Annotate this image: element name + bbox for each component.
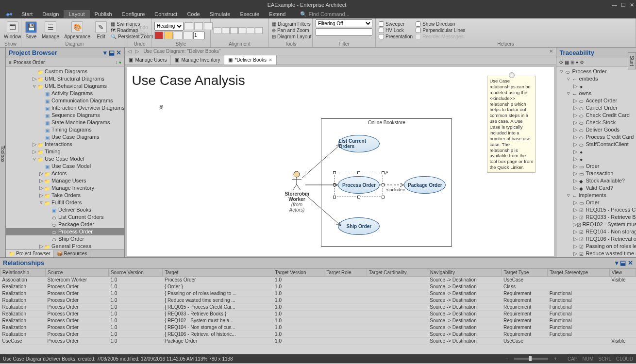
tree-item[interactable]: ▷⬭Cancel Order bbox=[556, 104, 636, 112]
tree-item[interactable]: ▣Deliver Books bbox=[6, 206, 124, 214]
column-header[interactable]: Relationship bbox=[0, 269, 46, 277]
zoom-in-icon[interactable]: + bbox=[554, 356, 557, 362]
tree-item[interactable]: ▷☑REQ102 - System must be able to cope w… bbox=[556, 221, 636, 228]
diagram-note[interactable]: Use Case relationships can be modeled us… bbox=[487, 76, 536, 173]
usecase-list-orders[interactable]: List Current Orders bbox=[338, 135, 380, 152]
column-header[interactable]: Source Version bbox=[108, 269, 163, 277]
tree-item[interactable]: ▷▭Transaction bbox=[556, 170, 636, 177]
usecase-ship-order[interactable]: Ship Order bbox=[338, 217, 380, 235]
tree-item[interactable]: ▷📁Timing bbox=[6, 148, 124, 155]
usecase-process-order[interactable]: Process Order bbox=[338, 176, 380, 194]
align-top-icon[interactable] bbox=[238, 27, 246, 34]
edit-button[interactable]: ✎Edit bbox=[94, 20, 108, 40]
tree-item[interactable]: ▷⬭Check Stock bbox=[556, 119, 636, 126]
close-icon[interactable]: ✕ bbox=[630, 2, 634, 8]
showdir-checkbox[interactable]: Show Direction bbox=[416, 21, 465, 27]
start-rail[interactable]: Start bbox=[628, 52, 636, 69]
undo-button[interactable]: ↶ Undo bbox=[131, 25, 148, 30]
tree-item[interactable]: ▣Interaction Overview Diagrams bbox=[6, 104, 124, 112]
tree-item[interactable]: ▿📁Fulfill Orders bbox=[6, 199, 124, 206]
filter-text-input[interactable] bbox=[316, 28, 372, 36]
align-center-icon[interactable] bbox=[222, 27, 230, 34]
column-header[interactable]: Target bbox=[163, 269, 273, 277]
tree-item[interactable]: 📁Custom Diagrams bbox=[6, 68, 124, 75]
tab-resources[interactable]: 📦 Resources bbox=[54, 250, 91, 257]
usecase-package-order[interactable]: Package Order bbox=[404, 176, 446, 194]
traceability-tree[interactable]: ▿⬭Process Order▿←embeds▷●▿←owns▷⬭Accept … bbox=[556, 67, 636, 257]
tree-item[interactable]: ▣Use Case Model bbox=[6, 163, 124, 170]
doc-tab[interactable]: ▣Manage Inventory bbox=[171, 55, 224, 65]
column-header[interactable]: Target Cardinality bbox=[367, 269, 428, 277]
column-header[interactable]: Target Type bbox=[502, 269, 548, 277]
tree-item[interactable]: ▷📁Interactions bbox=[6, 141, 124, 148]
tree-item[interactable]: ▷◆Valid Card? bbox=[556, 184, 636, 192]
tree-item[interactable]: ▷☑Reduce wasted time sending messages to… bbox=[556, 250, 636, 257]
tree-item[interactable]: ▷⬭StaffContactClient bbox=[556, 141, 636, 148]
table-row[interactable]: AssociationStoreroom Worker1.0Process Or… bbox=[0, 277, 636, 283]
column-header[interactable]: Target Version bbox=[273, 269, 324, 277]
maximize-icon[interactable]: ☐ bbox=[621, 2, 626, 8]
line-style-icon[interactable] bbox=[184, 32, 192, 39]
table-row[interactable]: UseCaseProcess Order1.0Package Order1.0S… bbox=[0, 338, 636, 345]
table-row[interactable]: RealizationProcess Order1.0{ Reduce wast… bbox=[0, 297, 636, 304]
tree-item[interactable]: ▣Use Case Diagrams bbox=[6, 133, 124, 141]
tree-item[interactable]: ⬭Package Order bbox=[6, 221, 124, 228]
menu-simulate[interactable]: Simulate bbox=[205, 10, 235, 18]
tree-item[interactable]: ▷● bbox=[556, 83, 636, 90]
window-button[interactable]: 🗔Window bbox=[3, 20, 22, 40]
tree-item[interactable]: ▷◆Stock Available? bbox=[556, 177, 636, 184]
table-row[interactable]: RealizationProcess Order1.0{ REQ106 - Re… bbox=[0, 331, 636, 338]
actor-storeroom-worker[interactable]: Storeroom Worker (from Actors) bbox=[285, 171, 309, 213]
close-diagram-icon[interactable]: ✕ bbox=[549, 49, 553, 54]
tree-item[interactable]: ▣Activity Diagrams bbox=[6, 90, 124, 97]
toolbox-rail[interactable]: Toolbox bbox=[0, 48, 6, 257]
relationships-grid[interactable]: RelationshipSourceSource VersionTargetTa… bbox=[0, 268, 636, 354]
tree-item[interactable]: ▷📁Actors bbox=[6, 170, 124, 177]
rel-pin-icon[interactable]: ▾ ⬓ ✕ bbox=[615, 259, 633, 266]
tree-item[interactable]: ▷☑REQ106 - Retrieval of historic informa… bbox=[556, 235, 636, 243]
tree-item[interactable]: ▷▭Order bbox=[556, 163, 636, 170]
tree-item[interactable]: ▿📁UML Behavioral Diagrams bbox=[6, 83, 124, 90]
tree-item[interactable]: ▷⬭Deliver Goods bbox=[556, 126, 636, 133]
diagram-layout-option[interactable]: ⊞ Diagram Layout bbox=[272, 34, 312, 39]
diagram-filters-option[interactable]: ▦ Diagram Filters bbox=[272, 21, 312, 27]
find-command[interactable]: 🔍 Find Command... bbox=[300, 11, 349, 17]
tab-project-browser[interactable]: 📁 Project Browser bbox=[6, 250, 54, 257]
style-pick-icon[interactable] bbox=[184, 22, 193, 30]
perp-checkbox[interactable]: Perpendicular Lines bbox=[416, 28, 465, 33]
close-tab-icon[interactable]: ✕ bbox=[268, 57, 272, 63]
tree-item[interactable]: ▣Communication Diagrams bbox=[6, 97, 124, 104]
tree-item[interactable]: ⬭Process Order bbox=[6, 228, 124, 235]
presentation-checkbox[interactable]: Presentation bbox=[379, 34, 413, 39]
tree-item[interactable]: ▣Sequence Diagrams bbox=[6, 112, 124, 119]
tree-item[interactable]: ▷⬭Accept Order bbox=[556, 97, 636, 104]
menu-code[interactable]: Code bbox=[182, 10, 204, 18]
menu-extend[interactable]: Extend bbox=[264, 10, 290, 18]
tree-item[interactable]: ▷☑Passing on of roles leading to ineffic… bbox=[556, 243, 636, 250]
trace-toolbar[interactable]: ⟳ ▦ ⊞ ▾ ⚙ bbox=[556, 58, 636, 67]
quicklink-arrow-icon[interactable]: ↗ bbox=[384, 170, 388, 176]
zoom-slider[interactable] bbox=[514, 358, 548, 360]
tree-item[interactable]: ▿←embeds bbox=[556, 75, 636, 83]
column-header[interactable]: Navigability bbox=[428, 269, 502, 277]
tree-item[interactable]: ▿📁Use Case Model bbox=[6, 155, 124, 163]
tree-item[interactable]: ▷⬭Process Credit Card bbox=[556, 133, 636, 141]
table-row[interactable]: RealizationProcess Order1.0{ REQ015 - Pr… bbox=[0, 304, 636, 311]
menu-configure[interactable]: Configure bbox=[117, 10, 150, 18]
filter-mode-select[interactable]: Filtering Off bbox=[316, 19, 372, 27]
tree-item[interactable]: ▷📁UML Structural Diagrams bbox=[6, 75, 124, 83]
project-tree[interactable]: 📁Custom Diagrams▷📁UML Structural Diagram… bbox=[6, 67, 124, 249]
tree-item[interactable]: ▷☑REQ104 - Non storage of customer credi… bbox=[556, 228, 636, 235]
nav-fwd-icon[interactable]: ▷ bbox=[135, 49, 139, 54]
tree-item[interactable]: ▿←implements bbox=[556, 192, 636, 199]
tree-item[interactable]: ▷📁General Process bbox=[6, 243, 124, 249]
appearance-button[interactable]: 🎨Appearance bbox=[63, 20, 91, 40]
align-middle-icon[interactable] bbox=[247, 27, 254, 34]
tree-item[interactable]: ▷● bbox=[556, 155, 636, 163]
save-button[interactable]: 💾Save bbox=[24, 20, 38, 40]
tree-item[interactable]: ▷📁Take Orders bbox=[6, 192, 124, 199]
pan-zoom-option[interactable]: ⊕ Pan and Zoom bbox=[272, 28, 312, 33]
tree-item[interactable]: ▿←owns bbox=[556, 90, 636, 97]
style-brush-icon[interactable] bbox=[194, 22, 203, 30]
sweeper-checkbox[interactable]: Sweeper bbox=[379, 21, 413, 27]
